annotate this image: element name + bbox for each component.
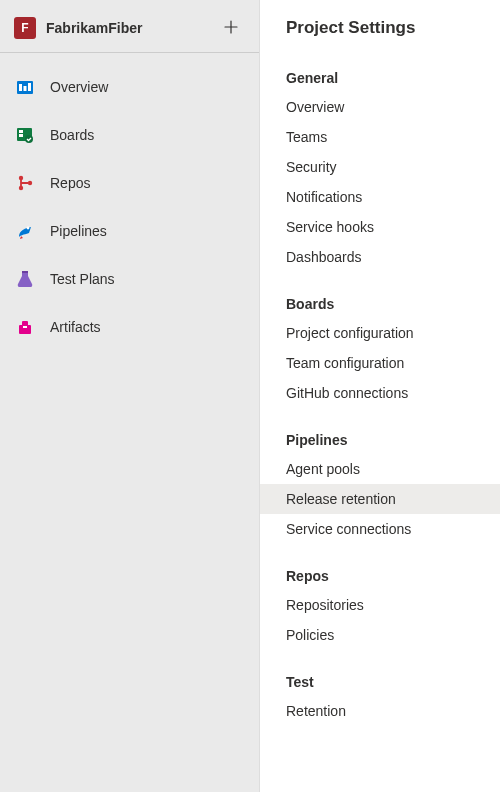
svg-point-11 xyxy=(27,227,30,230)
settings-panel: Project Settings General Overview Teams … xyxy=(260,0,500,792)
overview-icon xyxy=(14,76,36,98)
svg-rect-12 xyxy=(22,271,28,273)
nav-label: Boards xyxy=(50,127,94,143)
testplans-icon xyxy=(14,268,36,290)
nav-label: Overview xyxy=(50,79,108,95)
page-title: Project Settings xyxy=(260,18,500,46)
nav-item-pipelines[interactable]: Pipelines xyxy=(0,207,259,255)
svg-rect-1 xyxy=(19,84,22,91)
section-items: Retention xyxy=(260,696,500,726)
section-header: General xyxy=(260,64,500,92)
settings-item-notifications[interactable]: Notifications xyxy=(260,182,500,212)
nav-item-boards[interactable]: Boards xyxy=(0,111,259,159)
settings-item-security[interactable]: Security xyxy=(260,152,500,182)
svg-point-10 xyxy=(28,181,32,185)
settings-item-release-retention[interactable]: Release retention xyxy=(260,484,500,514)
nav-item-artifacts[interactable]: Artifacts xyxy=(0,303,259,351)
nav-item-overview[interactable]: Overview xyxy=(0,63,259,111)
section-test: Test Retention xyxy=(260,668,500,726)
settings-item-overview[interactable]: Overview xyxy=(260,92,500,122)
nav-label: Repos xyxy=(50,175,90,191)
nav-item-repos[interactable]: Repos xyxy=(0,159,259,207)
settings-item-dashboards[interactable]: Dashboards xyxy=(260,242,500,272)
section-items: Overview Teams Security Notifications Se… xyxy=(260,92,500,272)
settings-item-retention[interactable]: Retention xyxy=(260,696,500,726)
project-avatar: F xyxy=(14,17,36,39)
boards-icon xyxy=(14,124,36,146)
sidebar: F FabrikamFiber Overview Boards Rep xyxy=(0,0,260,792)
settings-item-policies[interactable]: Policies xyxy=(260,620,500,650)
settings-item-agent-pools[interactable]: Agent pools xyxy=(260,454,500,484)
settings-item-service-connections[interactable]: Service connections xyxy=(260,514,500,544)
settings-item-teams[interactable]: Teams xyxy=(260,122,500,152)
add-button[interactable] xyxy=(219,16,243,40)
project-info[interactable]: F FabrikamFiber xyxy=(14,17,142,39)
sidebar-header: F FabrikamFiber xyxy=(0,8,259,53)
section-boards: Boards Project configuration Team config… xyxy=(260,290,500,408)
settings-item-github-connections[interactable]: GitHub connections xyxy=(260,378,500,408)
svg-rect-5 xyxy=(19,130,23,133)
section-header: Pipelines xyxy=(260,426,500,454)
section-repos: Repos Repositories Policies xyxy=(260,562,500,650)
artifacts-icon xyxy=(14,316,36,338)
nav-label: Pipelines xyxy=(50,223,107,239)
nav-list: Overview Boards Repos Pipelines Test Pla xyxy=(0,53,259,361)
svg-rect-2 xyxy=(24,86,27,91)
svg-rect-6 xyxy=(19,134,23,137)
svg-rect-3 xyxy=(28,83,31,91)
svg-point-9 xyxy=(19,186,23,190)
nav-label: Test Plans xyxy=(50,271,115,287)
section-header: Boards xyxy=(260,290,500,318)
section-general: General Overview Teams Security Notifica… xyxy=(260,64,500,272)
svg-rect-15 xyxy=(23,326,27,328)
svg-rect-14 xyxy=(22,321,28,326)
settings-item-project-config[interactable]: Project configuration xyxy=(260,318,500,348)
settings-item-team-config[interactable]: Team configuration xyxy=(260,348,500,378)
nav-label: Artifacts xyxy=(50,319,101,335)
section-pipelines: Pipelines Agent pools Release retention … xyxy=(260,426,500,544)
section-header: Repos xyxy=(260,562,500,590)
plus-icon xyxy=(223,19,239,38)
nav-item-testplans[interactable]: Test Plans xyxy=(0,255,259,303)
settings-item-service-hooks[interactable]: Service hooks xyxy=(260,212,500,242)
section-items: Agent pools Release retention Service co… xyxy=(260,454,500,544)
pipelines-icon xyxy=(14,220,36,242)
repos-icon xyxy=(14,172,36,194)
settings-item-repositories[interactable]: Repositories xyxy=(260,590,500,620)
svg-point-7 xyxy=(25,135,33,143)
project-name: FabrikamFiber xyxy=(46,20,142,36)
svg-point-8 xyxy=(19,176,23,180)
section-header: Test xyxy=(260,668,500,696)
section-items: Project configuration Team configuration… xyxy=(260,318,500,408)
section-items: Repositories Policies xyxy=(260,590,500,650)
